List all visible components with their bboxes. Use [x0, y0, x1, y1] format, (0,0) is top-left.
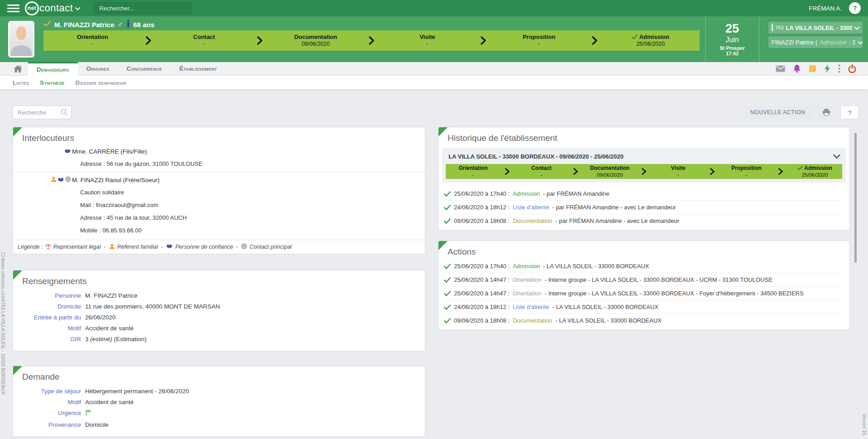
status-link[interactable]: Orientation [513, 290, 542, 297]
contact-principal-icon [241, 243, 247, 251]
status-link[interactable]: Admission [513, 190, 540, 197]
pipeline-step-orientation[interactable]: Orientation- [43, 30, 142, 51]
personne-de-confiance-icon [57, 177, 64, 183]
pipeline-step-admission[interactable]: Admission 25/06/2020 [787, 164, 842, 179]
search-icon [61, 109, 68, 118]
pipeline-step-contact[interactable]: Contact- [155, 30, 253, 51]
pill-accent-bar [772, 24, 773, 31]
establishment-pipeline: Orientation- Contact- Documentation09/06… [446, 164, 842, 179]
demande-card: Demande Type de séjourHébergement perman… [13, 366, 425, 437]
status-link[interactable]: Admission [513, 263, 540, 270]
patient-header: M. FINAZZI Patrice ♂ 68 ans Orientation-… [0, 16, 868, 62]
contact-row[interactable]: M. FINAZZI Raoul (Frère/Soeur) [48, 174, 425, 186]
chevron-right-icon [706, 164, 719, 179]
check-icon [444, 277, 451, 283]
help-button[interactable]: ? [849, 2, 861, 14]
date-day: 25 [725, 22, 739, 36]
resident-select[interactable]: FINAZZI Patrice ( Admission : 2 [768, 36, 863, 48]
action-entry[interactable]: 25/06/2020 à 14h47 : Orientation - Inter… [443, 287, 845, 300]
status-link[interactable]: Liste d'attente [513, 304, 549, 310]
card-title: Actions [439, 241, 849, 260]
check-icon [444, 218, 451, 224]
referent-familial-icon [109, 244, 115, 251]
power-logout-icon[interactable] [848, 64, 856, 73]
more-options-icon[interactable] [838, 64, 840, 73]
check-icon [797, 166, 803, 170]
action-entry[interactable]: 24/06/2020 à 18h12 : Liste d'attente - L… [443, 300, 845, 314]
personne-de-confiance-icon [64, 148, 71, 155]
chevron-right-icon [637, 164, 651, 179]
tab-concurrence[interactable]: Concurrence [118, 62, 171, 75]
renseignements-card: Renseignements PersonneM. FINAZZI Patric… [13, 270, 425, 351]
history-entry[interactable]: 24/06/2020 à 18h12 : Liste d'attente - p… [443, 201, 845, 214]
chevron-down-icon[interactable] [833, 154, 840, 159]
resident-name: FINAZZI Patrice ( [772, 39, 817, 46]
contact-detail: Adresse : 56 rue du gazon, 31000 TOULOUS… [80, 157, 425, 170]
pipeline-step-contact[interactable]: Contact- [514, 164, 569, 179]
chevron-right-icon [365, 30, 378, 51]
home-button[interactable] [7, 62, 28, 75]
subtab-synthese[interactable]: Synthèse [40, 79, 64, 86]
personne-de-confiance-icon [166, 244, 173, 250]
card-title: Interlocuteurs [13, 127, 425, 146]
contact-row[interactable]: Mme. CARRÈRE (Fils/Fille) [48, 146, 425, 157]
notifications-bell-icon[interactable] [793, 64, 801, 73]
status-link[interactable]: Documentation [513, 317, 552, 324]
tab-origines[interactable]: Origines [78, 62, 118, 75]
divider [13, 172, 425, 172]
chevron-down-icon [854, 24, 859, 31]
field-row: MotifAccident de santé [13, 396, 425, 407]
pipeline-step-orientation[interactable]: Orientation- [446, 164, 501, 179]
action-entry[interactable]: 09/06/2020 à 18h08 : Documentation - LA … [443, 314, 845, 327]
status-link[interactable]: Liste d'attente [513, 204, 549, 211]
printer-icon [822, 109, 830, 116]
contact-name-text: M. FINAZZI Raoul (Frère/Soeur) [72, 177, 160, 183]
vertical-scrollbar[interactable] [854, 133, 857, 263]
pipeline-step-visite[interactable]: Visite- [378, 30, 477, 51]
page-help-button[interactable]: ? [840, 106, 859, 119]
new-action-button[interactable]: NOUVELLE ACTION [744, 106, 812, 119]
contact-detail: Mail : finazziraoul@gmail.com [80, 198, 425, 211]
field-row: Entrée à partir du26/06/2020 [13, 312, 425, 323]
subtab-dossier-demandeur[interactable]: Dossier demandeur [76, 79, 126, 86]
pipeline-step-proposition[interactable]: Proposition- [490, 30, 588, 51]
pipeline-step-documentation[interactable]: Documentation09/06/2020 [582, 164, 637, 179]
card-title: Renseignements [13, 270, 425, 289]
establishment-accordion: LA VILLA SOLEIL - 33000 BORDEAUX - 09/06… [442, 148, 846, 183]
status-link[interactable]: Documentation [513, 217, 552, 224]
chevron-right-icon [569, 164, 582, 179]
history-entry[interactable]: 25/06/2020 à 17h40 : Admission - par FRÉ… [443, 187, 845, 201]
pipeline-step-admission[interactable]: Admission 25/06/2020 [601, 30, 700, 51]
status-link[interactable]: Orientation [513, 276, 542, 283]
tab-etablissement[interactable]: Établissement [171, 62, 226, 75]
action-entry[interactable]: 25/06/2020 à 14h47 : Orientation - Inter… [443, 273, 845, 287]
hamburger-menu-icon[interactable] [7, 5, 19, 12]
lightning-icon[interactable] [824, 64, 830, 73]
action-entry[interactable]: 25/06/2020 à 17h40 : Admission - LA VILL… [443, 260, 845, 273]
pipeline-step-proposition[interactable]: Proposition- [719, 164, 774, 179]
patient-avatar[interactable] [8, 21, 34, 58]
person-standing-icon [126, 20, 130, 29]
chevron-right-icon [477, 30, 490, 51]
tab-demandeurs[interactable]: Demandeurs [28, 62, 78, 76]
topbar: net contact FRÉMAN A. ? [0, 0, 868, 16]
print-button[interactable] [818, 106, 835, 119]
contact-detail: Mobile : 06.85.93.66.00 [80, 224, 425, 236]
subtab-listes[interactable]: Listes [13, 79, 29, 86]
establishment-select[interactable]: 753 LA VILLA SOLEIL - 3300 [768, 22, 863, 34]
sticky-note-icon[interactable] [809, 65, 816, 72]
history-entry[interactable]: 09/06/2020 à 18h08 : Documentation - par… [443, 214, 845, 227]
version-label: Version 15 [862, 414, 867, 435]
chevron-down-icon [75, 4, 80, 12]
app-logo[interactable]: net contact [25, 1, 80, 15]
accordion-header[interactable]: LA VILLA SOLEIL - 33000 BORDEAUX - 09/06… [446, 151, 842, 164]
pipeline-step-visite[interactable]: Visite- [651, 164, 706, 179]
check-icon [444, 304, 451, 310]
pipeline-step-documentation[interactable]: Documentation09/06/2020 [267, 30, 365, 51]
check-icon [632, 34, 638, 39]
mail-icon[interactable] [776, 65, 785, 72]
chevron-right-icon [501, 164, 514, 179]
global-search-input[interactable] [94, 2, 192, 14]
male-symbol-icon: ♂ [118, 21, 123, 28]
current-user-name[interactable]: FRÉMAN A. [809, 5, 842, 12]
